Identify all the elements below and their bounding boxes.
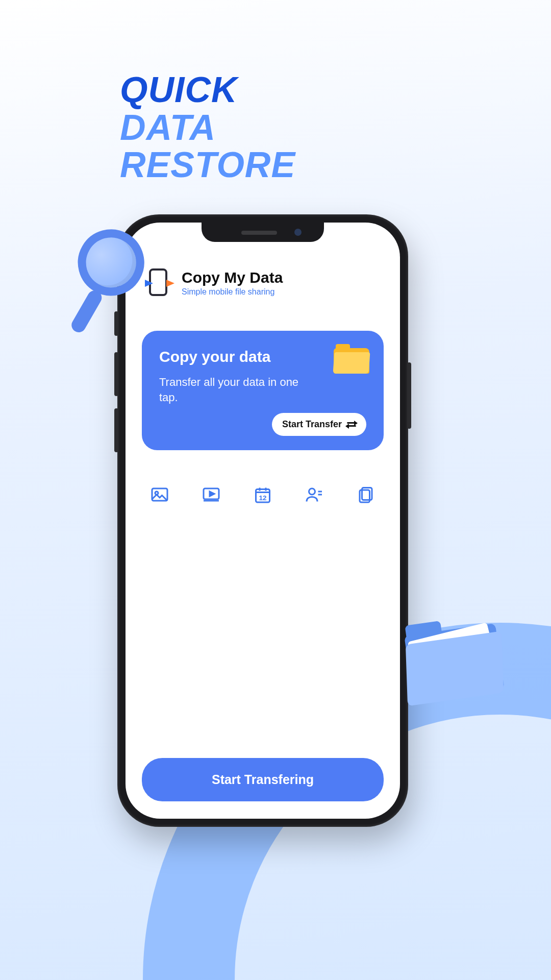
folder-decoration-icon [398, 614, 510, 708]
photos-icon [151, 485, 169, 504]
phone-notch [202, 223, 324, 242]
headline-line-3: RESTORE [120, 146, 295, 184]
start-transferring-button[interactable]: Start Transfering [142, 758, 384, 801]
videos-type-button[interactable] [199, 483, 223, 506]
documents-icon [357, 485, 375, 504]
calendar-icon: 12 [254, 485, 272, 504]
app-subtitle: Simple mobile file sharing [182, 287, 283, 297]
documents-type-button[interactable] [354, 483, 378, 506]
svg-point-5 [309, 488, 315, 495]
card-description: Transfer all your data in one tap. [159, 375, 312, 405]
photos-type-button[interactable] [148, 483, 171, 506]
headline-line-2: DATA [120, 109, 295, 147]
contacts-icon [305, 485, 323, 504]
folder-icon [334, 345, 369, 374]
app-header: Copy My Data Simple mobile file sharing [142, 268, 384, 297]
phone-screen: Copy My Data Simple mobile file sharing … [126, 223, 400, 819]
svg-text:12: 12 [259, 494, 266, 502]
app-title: Copy My Data [182, 269, 283, 286]
calendar-type-button[interactable]: 12 [251, 483, 274, 506]
swap-arrows-icon [347, 422, 356, 427]
start-transfer-label: Start Transfer [282, 419, 342, 430]
data-type-row: 12 [142, 483, 384, 506]
start-transferring-label: Start Transfering [212, 772, 314, 787]
start-transfer-button[interactable]: Start Transfer [272, 413, 366, 436]
headline-line-1: QUICK [120, 71, 295, 109]
copy-data-card: Copy your data Transfer all your data in… [142, 331, 384, 450]
contacts-type-button[interactable] [303, 483, 326, 506]
phone-mockup: Copy My Data Simple mobile file sharing … [117, 214, 408, 827]
marketing-headline: QUICK DATA RESTORE [120, 71, 295, 184]
videos-icon [202, 485, 220, 504]
